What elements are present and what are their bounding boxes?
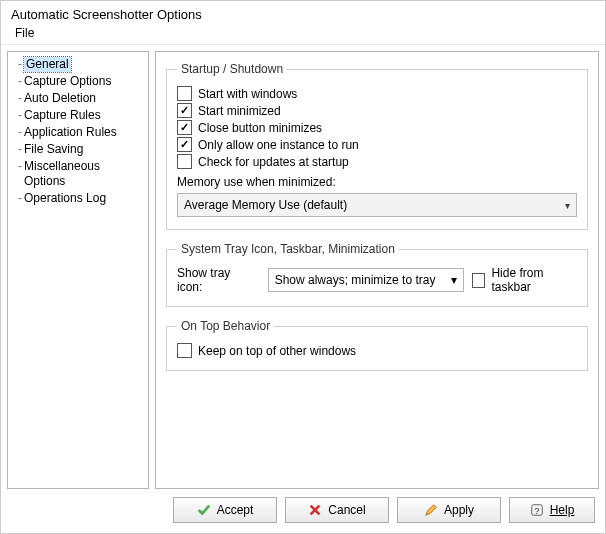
label-memory-use: Memory use when minimized: xyxy=(177,175,577,189)
cancel-button[interactable]: Cancel xyxy=(285,497,389,523)
checkbox-icon xyxy=(177,103,192,118)
group-ontop-legend: On Top Behavior xyxy=(177,319,274,333)
nav-item-file-saving[interactable]: -File Saving xyxy=(8,141,148,158)
svg-text:?: ? xyxy=(534,506,539,516)
menubar: File xyxy=(1,24,605,45)
options-dialog: Automatic Screenshotter Options File -Ge… xyxy=(0,0,606,534)
nav-item-auto-deletion[interactable]: -Auto Deletion xyxy=(8,90,148,107)
tree-dash-icon: - xyxy=(18,74,22,89)
checkbox-icon xyxy=(177,120,192,135)
close-icon xyxy=(308,503,322,517)
chk-single-instance[interactable]: Only allow one instance to run xyxy=(177,137,577,152)
nav-item-misc-options[interactable]: -Miscellaneous Options xyxy=(8,158,148,190)
settings-panel: Startup / Shutdown Start with windows St… xyxy=(155,51,599,489)
checkbox-icon xyxy=(177,137,192,152)
category-tree[interactable]: -General -Capture Options -Auto Deletion… xyxy=(7,51,149,489)
chk-keep-on-top[interactable]: Keep on top of other windows xyxy=(177,343,577,358)
nav-item-capture-rules[interactable]: -Capture Rules xyxy=(8,107,148,124)
nav-item-application-rules[interactable]: -Application Rules xyxy=(8,124,148,141)
chk-start-minimized[interactable]: Start minimized xyxy=(177,103,577,118)
accept-button[interactable]: Accept xyxy=(173,497,277,523)
checkbox-icon xyxy=(472,273,486,288)
pencil-icon xyxy=(424,503,438,517)
window-title: Automatic Screenshotter Options xyxy=(1,1,605,24)
tree-dash-icon: - xyxy=(18,57,22,72)
checkbox-icon xyxy=(177,154,192,169)
chk-check-updates[interactable]: Check for updates at startup xyxy=(177,154,577,169)
chk-hide-from-taskbar[interactable]: Hide from taskbar xyxy=(472,266,577,294)
group-startup-shutdown: Startup / Shutdown Start with windows St… xyxy=(166,62,588,230)
select-memory-use[interactable]: Average Memory Use (default) ▾ xyxy=(177,193,577,217)
checkbox-icon xyxy=(177,343,192,358)
nav-item-capture-options[interactable]: -Capture Options xyxy=(8,73,148,90)
group-system-tray: System Tray Icon, Taskbar, Minimization … xyxy=(166,242,588,307)
apply-button[interactable]: Apply xyxy=(397,497,501,523)
checkbox-icon xyxy=(177,86,192,101)
chk-start-with-windows[interactable]: Start with windows xyxy=(177,86,577,101)
select-value: Show always; minimize to tray xyxy=(275,273,436,287)
tree-dash-icon: - xyxy=(18,142,22,157)
group-startup-legend: Startup / Shutdown xyxy=(177,62,287,76)
nav-item-general[interactable]: -General xyxy=(8,56,148,73)
tree-dash-icon: - xyxy=(18,191,22,206)
dialog-body: -General -Capture Options -Auto Deletion… xyxy=(1,45,605,489)
select-tray-mode[interactable]: Show always; minimize to tray ▾ xyxy=(268,268,464,292)
nav-item-operations-log[interactable]: -Operations Log xyxy=(8,190,148,207)
chk-close-minimizes[interactable]: Close button minimizes xyxy=(177,120,577,135)
tree-dash-icon: - xyxy=(18,108,22,123)
tree-dash-icon: - xyxy=(18,91,22,106)
dialog-buttons: Accept Cancel Apply ? Help xyxy=(1,489,605,533)
chevron-down-icon: ▾ xyxy=(451,273,457,287)
label-show-tray-icon: Show tray icon: xyxy=(177,266,252,294)
group-on-top: On Top Behavior Keep on top of other win… xyxy=(166,319,588,371)
check-icon xyxy=(197,503,211,517)
help-button[interactable]: ? Help xyxy=(509,497,595,523)
select-value: Average Memory Use (default) xyxy=(184,198,347,212)
group-tray-legend: System Tray Icon, Taskbar, Minimization xyxy=(177,242,399,256)
menu-file[interactable]: File xyxy=(11,24,38,42)
help-icon: ? xyxy=(530,503,544,517)
tree-dash-icon: - xyxy=(18,159,22,174)
chevron-down-icon: ▾ xyxy=(565,200,570,211)
tree-dash-icon: - xyxy=(18,125,22,140)
